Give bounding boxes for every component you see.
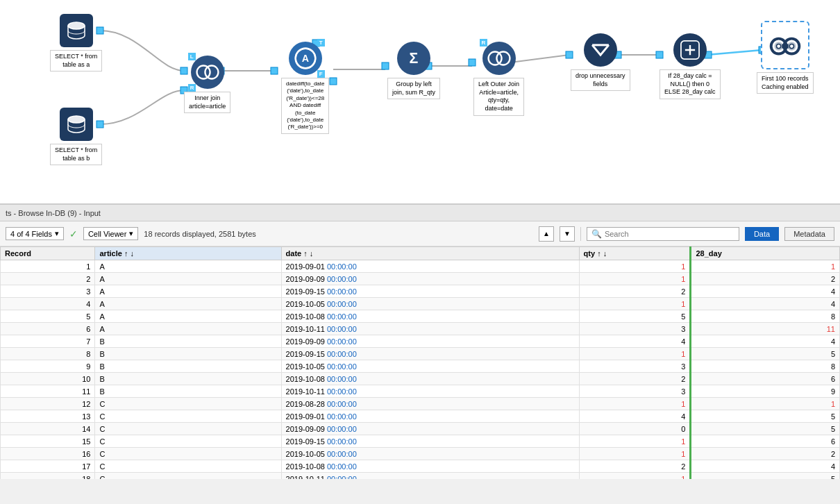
cell-article: A bbox=[95, 273, 281, 285]
cell-date: 2019-08-28 00:00:00 bbox=[281, 398, 579, 410]
cell-qty: 2 bbox=[579, 460, 691, 473]
cell-28day: 2 bbox=[691, 273, 840, 285]
cell-28day: 4 bbox=[691, 298, 840, 310]
table-row: 2A2019-09-09 00:00:0012 bbox=[1, 273, 840, 285]
cell-article: A bbox=[95, 260, 281, 273]
cell-qty: 1 bbox=[579, 448, 691, 460]
node-formula[interactable]: If 28_day calc =NULL() then 0ELSE 28_day… bbox=[660, 33, 721, 99]
table-row: 7B2019-09-09 00:00:0044 bbox=[1, 335, 840, 348]
cell-article: A bbox=[95, 323, 281, 335]
th-date[interactable]: date ↑ ↓ bbox=[281, 247, 579, 260]
node-summarize-label: Group by leftjoin, sum R_qty bbox=[387, 78, 440, 99]
search-box: 🔍 bbox=[587, 227, 739, 241]
cell-28day: 2 bbox=[691, 448, 840, 460]
cell-qty: 1 bbox=[579, 473, 691, 480]
tab-data[interactable]: Data bbox=[745, 227, 779, 241]
svg-text:A: A bbox=[302, 53, 309, 64]
node-output-label: First 100 recordsCaching enabled bbox=[757, 72, 814, 94]
cell-date: 2019-09-01 00:00:00 bbox=[281, 260, 579, 273]
search-input[interactable] bbox=[605, 230, 730, 238]
th-28day[interactable]: 28_day bbox=[691, 247, 840, 260]
data-table: Record article ↑ ↓ date ↑ ↓ qty ↑ ↓ 28_d… bbox=[0, 246, 840, 479]
sort-up-button[interactable]: ▲ bbox=[539, 226, 554, 242]
cell-article: C bbox=[95, 435, 281, 448]
table-container[interactable]: Record article ↑ ↓ date ↑ ↓ qty ↑ ↓ 28_d… bbox=[0, 246, 840, 479]
table-row: 9B2019-10-05 00:00:0038 bbox=[1, 360, 840, 373]
node-input-a[interactable]: SELECT * fromtable as a bbox=[50, 14, 102, 72]
cell-article: C bbox=[95, 460, 281, 473]
th-record[interactable]: Record bbox=[1, 247, 95, 260]
cell-28day: 6 bbox=[691, 373, 840, 385]
cell-qty: 5 bbox=[579, 310, 691, 323]
node-output[interactable]: First 100 recordsCaching enabled bbox=[757, 21, 814, 94]
cell-28day: 4 bbox=[691, 285, 840, 298]
node-input-b-label: SELECT * fromtable as b bbox=[50, 144, 102, 165]
cell-record: 8 bbox=[1, 348, 95, 360]
cell-record: 10 bbox=[1, 373, 95, 385]
svg-point-36 bbox=[776, 44, 780, 48]
table-row: 16C2019-10-05 00:00:0012 bbox=[1, 448, 840, 460]
cell-28day: 5 bbox=[691, 348, 840, 360]
cv-dropdown-icon: ▾ bbox=[129, 229, 133, 238]
cell-record: 7 bbox=[1, 335, 95, 348]
divider bbox=[580, 227, 581, 241]
cell-article: A bbox=[95, 285, 281, 298]
sort-down-button[interactable]: ▼ bbox=[560, 226, 575, 242]
cell-date: 2019-09-09 00:00:00 bbox=[281, 423, 579, 435]
cell-article: B bbox=[95, 360, 281, 373]
svg-point-28 bbox=[496, 52, 510, 65]
cell-viewer-button[interactable]: Cell Viewer ▾ bbox=[83, 227, 138, 240]
table-row: 11B2019-10-11 00:00:0039 bbox=[1, 385, 840, 398]
fields-button[interactable]: 4 of 4 Fields ▾ bbox=[6, 227, 64, 240]
cell-qty: 3 bbox=[579, 360, 691, 373]
th-qty[interactable]: qty ↑ ↓ bbox=[579, 247, 691, 260]
cell-record: 3 bbox=[1, 285, 95, 298]
cell-qty: 2 bbox=[579, 285, 691, 298]
breadcrumb-text: ts - Browse In-DB (9) - Input bbox=[6, 209, 101, 217]
canvas-area: SELECT * fromtable as a SELECT * fromtab… bbox=[0, 0, 840, 205]
node-select[interactable]: drop unnecessaryfields bbox=[571, 33, 630, 91]
cell-date: 2019-10-08 00:00:00 bbox=[281, 460, 579, 473]
table-row: 13C2019-09-01 00:00:0045 bbox=[1, 410, 840, 423]
cell-record: 18 bbox=[1, 473, 95, 480]
cell-record: 15 bbox=[1, 435, 95, 448]
node-filter[interactable]: A T F datediff(to_date('date'),to_date('… bbox=[281, 42, 329, 134]
cell-record: 2 bbox=[1, 273, 95, 285]
cell-article: A bbox=[95, 310, 281, 323]
node-join-label: Inner joinarticle=article bbox=[184, 92, 230, 113]
cell-qty: 1 bbox=[579, 260, 691, 273]
th-article[interactable]: article ↑ ↓ bbox=[95, 247, 281, 260]
table-header-row: Record article ↑ ↓ date ↑ ↓ qty ↑ ↓ 28_d… bbox=[1, 247, 840, 260]
node-filter-label: datediff(to_date('date'),to_date('R_date… bbox=[281, 78, 329, 134]
cell-date: 2019-10-05 00:00:00 bbox=[281, 298, 579, 310]
cell-article: C bbox=[95, 398, 281, 410]
cell-28day: 5 bbox=[691, 473, 840, 480]
node-input-b[interactable]: SELECT * fromtable as b bbox=[50, 108, 102, 165]
canvas-svg bbox=[0, 0, 840, 203]
cell-qty: 4 bbox=[579, 410, 691, 423]
cell-article: A bbox=[95, 298, 281, 310]
tab-metadata[interactable]: Metadata bbox=[784, 227, 834, 241]
cell-article: B bbox=[95, 385, 281, 398]
cell-qty: 1 bbox=[579, 398, 691, 410]
cell-28day: 1 bbox=[691, 398, 840, 410]
svg-point-37 bbox=[789, 44, 793, 48]
node-join[interactable]: L R Inner joinarticle=article bbox=[184, 56, 230, 113]
cell-date: 2019-10-11 00:00:00 bbox=[281, 473, 579, 480]
cell-28day: 8 bbox=[691, 310, 840, 323]
fields-label: 4 of 4 Fields bbox=[10, 230, 52, 238]
cell-qty: 1 bbox=[579, 435, 691, 448]
bottom-toolbar: 4 of 4 Fields ▾ ✓ Cell Viewer ▾ 18 recor… bbox=[0, 221, 840, 246]
table-row: 14C2019-09-09 00:00:0005 bbox=[1, 423, 840, 435]
table-row: 15C2019-09-15 00:00:0016 bbox=[1, 435, 840, 448]
cell-record: 13 bbox=[1, 410, 95, 423]
node-join2[interactable]: R Left Outer JoinArticle=article,qty=qty… bbox=[473, 42, 524, 116]
node-summarize[interactable]: Σ Group by leftjoin, sum R_qty bbox=[387, 42, 440, 99]
svg-rect-7 bbox=[330, 78, 337, 85]
cell-date: 2019-09-15 00:00:00 bbox=[281, 285, 579, 298]
svg-text:Σ: Σ bbox=[410, 50, 419, 67]
cell-qty: 0 bbox=[579, 423, 691, 435]
cell-record: 4 bbox=[1, 298, 95, 310]
cell-28day: 4 bbox=[691, 460, 840, 473]
table-row: 6A2019-10-11 00:00:00311 bbox=[1, 323, 840, 335]
